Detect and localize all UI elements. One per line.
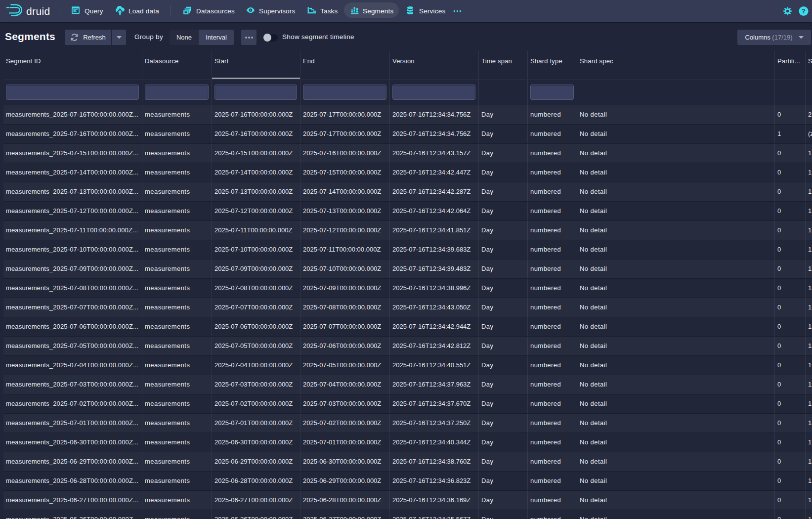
svg-text:?: ?	[802, 7, 806, 15]
